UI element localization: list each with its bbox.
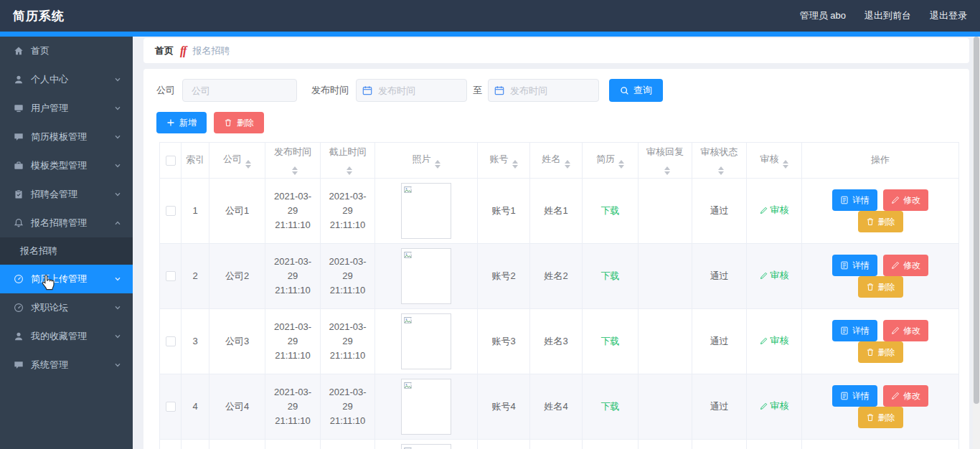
- table-header-cell: 发布时间: [265, 143, 321, 179]
- row-index-cell: 2: [182, 244, 209, 309]
- table-header-cell: [160, 143, 182, 179]
- publish-date-from-field: [356, 79, 467, 102]
- audit-link[interactable]: 审核: [760, 334, 789, 348]
- vertical-scrollbar: [973, 37, 980, 449]
- delete-row-button[interactable]: 删除: [858, 276, 903, 298]
- row-checkbox[interactable]: [166, 271, 176, 281]
- audit-status-cell: 通过: [692, 179, 747, 244]
- company-input[interactable]: [182, 79, 297, 102]
- publish-date-from-input[interactable]: [356, 79, 467, 102]
- publish-time-cell: 2021-03-29 21:11:10: [265, 374, 321, 440]
- edit-button[interactable]: 修改: [883, 385, 928, 407]
- sort-icon[interactable]: [347, 166, 352, 175]
- publish-date-to-input[interactable]: [488, 79, 599, 102]
- sidebar-item[interactable]: 简历上传管理: [0, 265, 133, 293]
- audit-status-cell: 通过: [692, 244, 747, 309]
- sort-icon[interactable]: [565, 160, 570, 169]
- logout-link[interactable]: 退出登录: [930, 9, 967, 22]
- audit-link-label: 审核: [771, 268, 789, 283]
- select-all-checkbox[interactable]: [166, 156, 176, 166]
- resume-download-link[interactable]: 下载: [601, 269, 620, 283]
- publish-date-to-field: [488, 79, 599, 102]
- sidebar-item[interactable]: 个人中心: [0, 65, 133, 94]
- column-label: 发布时间: [274, 146, 311, 157]
- edit-icon: [891, 196, 900, 204]
- edit-icon: [891, 261, 900, 270]
- delete-row-button-label: 删除: [878, 412, 895, 424]
- detail-button[interactable]: 详情: [832, 385, 877, 407]
- edit-button-label: 修改: [903, 260, 920, 272]
- sort-icon[interactable]: [512, 160, 518, 169]
- sidebar-item[interactable]: 简历模板管理: [0, 123, 133, 151]
- delete-row-button[interactable]: 删除: [858, 211, 903, 232]
- sidebar-item[interactable]: 用户管理: [0, 94, 133, 123]
- comment-icon: [14, 360, 24, 371]
- sidebar-item-label: 系统管理: [31, 359, 68, 372]
- detail-button[interactable]: 详情: [832, 189, 877, 211]
- table-header-cell: 操作: [802, 143, 959, 179]
- delete-button[interactable]: 删除: [214, 112, 264, 133]
- photo-cell: [375, 179, 478, 244]
- scrollbar-thumb[interactable]: [974, 37, 979, 404]
- resume-download-link[interactable]: 下载: [601, 334, 620, 349]
- trash-icon: [866, 413, 875, 422]
- admin-user-label[interactable]: 管理员 abo: [800, 9, 846, 22]
- query-button[interactable]: 查询: [609, 79, 663, 102]
- sidebar-item[interactable]: 首页: [0, 37, 133, 65]
- sidebar-item[interactable]: 模板类型管理: [0, 151, 133, 180]
- sidebar-item[interactable]: 招聘会管理: [0, 180, 133, 209]
- delete-row-button[interactable]: 删除: [858, 407, 903, 428]
- add-button-label: 新增: [179, 117, 197, 129]
- audit-link[interactable]: 审核: [760, 203, 789, 217]
- row-checkbox[interactable]: [166, 336, 176, 346]
- sort-icon[interactable]: [292, 166, 298, 175]
- sort-icon[interactable]: [245, 160, 251, 169]
- edit-button[interactable]: 修改: [883, 320, 928, 341]
- sort-icon[interactable]: [435, 160, 440, 169]
- add-button[interactable]: 新增: [156, 112, 207, 133]
- row-checkbox[interactable]: [166, 206, 176, 216]
- briefcase-icon: [14, 161, 24, 171]
- audit-cell: 审核: [747, 374, 802, 440]
- resume-download-link[interactable]: 下载: [601, 204, 620, 218]
- audit-reply-cell: [639, 374, 692, 440]
- account-cell: 账号2: [478, 244, 530, 309]
- table-header-cell: 公司: [209, 143, 265, 179]
- sort-icon[interactable]: [783, 160, 788, 169]
- deadline-time-cell: [321, 440, 375, 449]
- navbar-links: 管理员 abo 退出到前台 退出登录: [800, 9, 967, 22]
- resume-cell: [583, 440, 639, 449]
- account-cell: [478, 440, 530, 449]
- detail-button[interactable]: 详情: [832, 320, 877, 341]
- row-checkbox-cell: [160, 244, 182, 309]
- actions-cell: [802, 440, 959, 449]
- sort-icon[interactable]: [718, 166, 724, 175]
- sort-icon[interactable]: [618, 160, 624, 169]
- sidebar-item[interactable]: 报名招聘管理: [0, 209, 133, 237]
- exit-to-front-link[interactable]: 退出到前台: [864, 9, 911, 22]
- sidebar-item-label: 模板类型管理: [31, 159, 87, 172]
- detail-button[interactable]: 详情: [832, 255, 877, 276]
- publish-time-cell: 2021-03-29 21:11:10: [265, 244, 321, 309]
- edit-button[interactable]: 修改: [883, 189, 928, 211]
- sidebar-item-label: 报名招聘: [20, 245, 57, 257]
- user-icon: [14, 331, 24, 342]
- breadcrumb-separator-icon: ff: [180, 44, 186, 57]
- home-icon: [14, 46, 24, 57]
- audit-link[interactable]: 审核: [760, 399, 789, 413]
- company-cell: 公司4: [209, 374, 265, 440]
- delete-row-button[interactable]: 删除: [858, 341, 903, 363]
- table-header-cell: 截止时间: [321, 143, 375, 179]
- sidebar-item[interactable]: 我的收藏管理: [0, 322, 133, 351]
- resume-download-link[interactable]: 下载: [601, 400, 620, 414]
- sidebar-subitem[interactable]: 报名招聘: [0, 237, 133, 265]
- detail-button-label: 详情: [852, 260, 870, 272]
- sidebar-item[interactable]: 系统管理: [0, 351, 133, 379]
- audit-link[interactable]: 审核: [760, 268, 789, 283]
- chevron-down-icon: [114, 361, 121, 369]
- edit-button[interactable]: 修改: [883, 255, 928, 276]
- sort-icon[interactable]: [664, 166, 670, 175]
- row-checkbox[interactable]: [166, 402, 176, 412]
- sidebar-item[interactable]: 求职论坛: [0, 293, 133, 322]
- breadcrumb-home[interactable]: 首页: [155, 44, 174, 57]
